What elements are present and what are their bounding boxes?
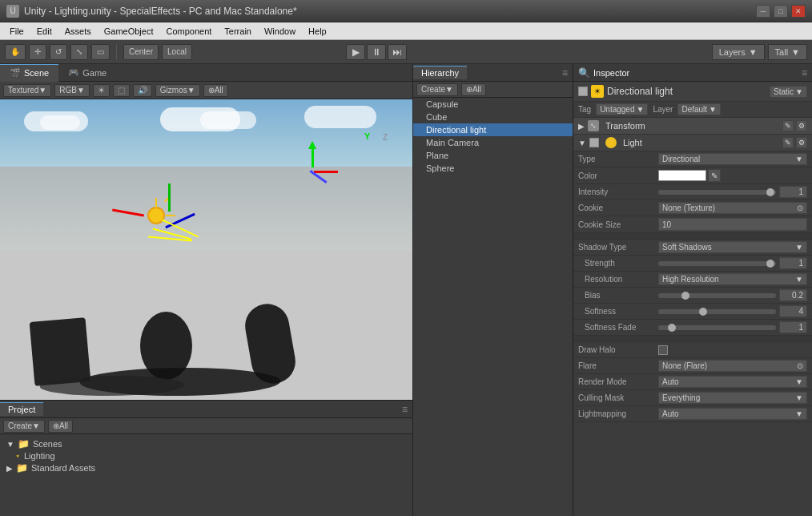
layout-dropdown[interactable]: Tall ▼ [768,44,807,60]
menu-assets[interactable]: Assets [58,25,98,38]
minimize-button[interactable]: ─ [756,5,770,18]
bias-slider-thumb[interactable] [681,292,689,300]
flare-picker[interactable]: None (Flare) ⊙ [658,360,807,372]
hierarchy-capsule[interactable]: Capsule [413,98,573,111]
intensity-slider-track[interactable] [658,190,776,195]
resolution-value: High Resolution [662,275,719,284]
gizmos-dropdown[interactable]: Gizmos ▼ [155,84,200,97]
intensity-slider-thumb[interactable] [766,188,774,196]
hierarchy-all-btn[interactable]: ⊕ All [461,83,486,96]
pause-button[interactable]: ⏸ [367,44,386,60]
rgb-dropdown[interactable]: RGB ▼ [54,84,90,97]
transform-component-header[interactable]: ▶ ⤡ Transform ✎ ⚙ [573,118,812,135]
inspector-title: Inspector [593,68,802,78]
folder-standard-assets[interactable]: ▶ 📁 Standard Assets [3,462,409,474]
layer-arrow-icon: ▼ [709,105,717,114]
cookie-size-input[interactable]: 10 [658,218,807,231]
softness-fade-slider-track[interactable] [658,325,776,330]
rotate-tool-button[interactable]: ↺ [50,44,67,60]
static-dropdown[interactable]: Static ▼ [770,86,807,98]
play-controls: ▶ ⏸ ⏭ [346,44,407,60]
draw-halo-checkbox[interactable] [658,345,668,355]
textured-dropdown[interactable]: Textured ▼ [3,84,51,97]
light-edit-icon[interactable]: ✎ [782,137,794,148]
type-dropdown[interactable]: Directional ▼ [658,153,807,165]
lightmapping-dropdown[interactable]: Auto ▼ [658,408,807,420]
standard-assets-folder-icon: 📁 [16,462,28,474]
menu-gameobject[interactable]: GameObject [98,25,160,38]
rect-tool-button[interactable]: ▭ [91,44,110,60]
bias-slider-track[interactable] [658,293,776,298]
move-tool-button[interactable]: ✛ [29,44,46,60]
cookie-picker[interactable]: None (Texture) ⊙ [658,202,807,214]
softness-fade-slider-thumb[interactable] [668,324,676,332]
transform-title: Transform [605,121,779,131]
window-controls[interactable]: ─ □ ✕ [756,5,806,18]
tab-project[interactable]: Project [0,402,43,416]
menu-file[interactable]: File [3,25,30,38]
file-lighting[interactable]: ⭑ Lighting [3,450,409,462]
menu-window[interactable]: Window [258,25,302,38]
project-create-btn[interactable]: Create ▼ [3,420,45,433]
hierarchy-create-btn[interactable]: Create ▼ [416,83,458,96]
scene-viewport[interactable]: Y Z [0,99,412,400]
tab-game[interactable]: 🎮 Game [58,64,116,82]
layer-dropdown[interactable]: Default ▼ [677,103,721,115]
maximize-button[interactable]: □ [774,5,788,18]
tab-scene[interactable]: 🎬 Scene [0,64,58,82]
folder-scenes[interactable]: ▼ 📁 Scenes [3,437,409,450]
hierarchy-plane[interactable]: Plane [413,149,573,162]
render-mode-dropdown[interactable]: Auto ▼ [658,376,807,388]
intensity-value[interactable]: 1 [779,186,807,198]
scene-option3[interactable]: 🔊 [133,84,152,97]
inspector-collapse-icon[interactable]: ≡ [802,67,807,79]
strength-slider-thumb[interactable] [766,260,774,268]
center-button[interactable]: Center [123,44,159,60]
light-menu-icon[interactable]: ⚙ [796,137,807,148]
softness-slider-thumb[interactable] [699,308,707,316]
softness-slider-track[interactable] [658,309,776,314]
hierarchy-collapse-icon[interactable]: ≡ [562,67,568,79]
tab-hierarchy[interactable]: Hierarchy [413,66,467,79]
hierarchy-main-camera[interactable]: Main Camera [413,136,573,149]
close-button[interactable]: ✕ [791,5,806,18]
menu-edit[interactable]: Edit [30,25,58,38]
transform-menu-icon[interactable]: ⚙ [796,120,807,131]
tag-dropdown[interactable]: Untagged ▼ [596,103,648,115]
project-collapse-icon[interactable]: ≡ [402,404,408,415]
hierarchy-directional-light[interactable]: Directional light [413,123,573,136]
scene-option2[interactable]: ⬚ [113,84,130,97]
cloud5 [304,106,376,128]
project-all-btn[interactable]: ⊕ All [48,420,73,433]
light-component-header[interactable]: ▼ Light ✎ ⚙ [573,135,812,151]
resolution-dropdown[interactable]: High Resolution ▼ [658,273,807,285]
sphere-label: Sphere [426,163,454,173]
color-picker[interactable] [658,170,706,181]
softness-fade-value[interactable]: 1 [779,321,807,333]
culling-mask-dropdown[interactable]: Everything ▼ [658,392,807,404]
softness-value[interactable]: 4 [779,305,807,317]
bias-value[interactable]: 0.2 [779,289,807,301]
menu-component[interactable]: Component [159,25,218,38]
menu-terrain[interactable]: Terrain [218,25,258,38]
scene-option1[interactable]: ☀ [93,84,110,97]
light-options: ✎ ⚙ [782,137,807,148]
color-edit-icon[interactable]: ✎ [708,169,721,182]
softness-slider-row: 4 [658,305,807,317]
hand-tool-button[interactable]: ✋ [5,44,26,60]
light-enabled-checkbox[interactable] [589,138,599,147]
object-enabled-checkbox[interactable] [578,87,588,96]
menu-help[interactable]: Help [302,25,333,38]
play-button[interactable]: ▶ [346,44,365,60]
transform-edit-icon[interactable]: ✎ [782,120,794,131]
all-dropdown[interactable]: ⊕ All [203,84,228,97]
scale-tool-button[interactable]: ⤡ [70,44,88,60]
layers-dropdown[interactable]: Layers ▼ [712,44,765,60]
strength-slider-track[interactable] [658,261,776,266]
step-button[interactable]: ⏭ [388,44,407,60]
hierarchy-sphere[interactable]: Sphere [413,162,573,175]
local-button[interactable]: Local [162,44,192,60]
hierarchy-cube[interactable]: Cube [413,111,573,123]
shadow-type-dropdown[interactable]: Soft Shadows ▼ [658,241,807,253]
strength-value[interactable]: 1 [779,257,807,269]
